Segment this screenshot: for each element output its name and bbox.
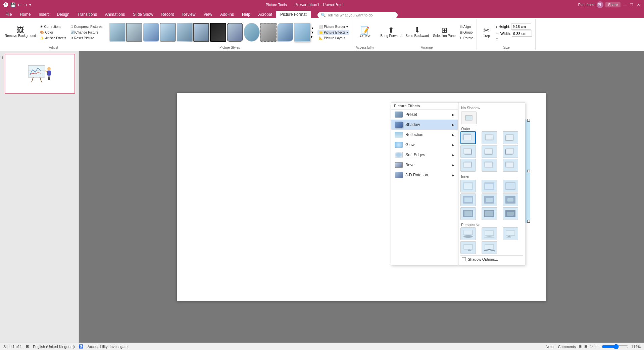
zoom-slider[interactable]: [602, 344, 629, 349]
view-slide-sorter-icon[interactable]: ⊞: [584, 344, 587, 349]
outer-shadow-8[interactable]: [482, 159, 497, 172]
picture-style-5[interactable]: [177, 23, 193, 42]
tab-acrobat[interactable]: Acrobat: [254, 11, 276, 18]
picture-style-8[interactable]: [227, 23, 243, 42]
outer-shadow-9[interactable]: [503, 159, 518, 172]
picture-style-4[interactable]: [160, 23, 176, 42]
share-button[interactable]: Share: [605, 2, 621, 7]
perspective-shadow-1[interactable]: [460, 227, 476, 240]
redo-icon[interactable]: ↪: [23, 2, 27, 7]
change-picture-button[interactable]: 🔄 Change Picture: [69, 30, 104, 35]
tab-insert[interactable]: Insert: [35, 11, 53, 18]
picture-style-12[interactable]: [294, 23, 310, 42]
inner-shadow-4[interactable]: [460, 193, 476, 206]
tab-design[interactable]: Design: [53, 11, 73, 18]
outer-shadow-4[interactable]: [460, 145, 476, 158]
tab-file[interactable]: File: [1, 11, 16, 18]
restore-button[interactable]: ❐: [629, 2, 634, 7]
tab-animations[interactable]: Animations: [101, 11, 129, 18]
effects-item-reflection[interactable]: Reflection ▶: [391, 130, 458, 140]
height-input[interactable]: [511, 24, 531, 30]
effects-item-preset[interactable]: Preset ▶: [391, 110, 458, 120]
handle-middle-right[interactable]: [527, 170, 530, 172]
perspective-shadow-2[interactable]: [482, 227, 497, 240]
tab-view[interactable]: View: [199, 11, 216, 18]
picture-style-9[interactable]: [244, 23, 260, 42]
outer-shadow-3[interactable]: [503, 131, 518, 144]
inner-shadow-5[interactable]: [482, 193, 497, 206]
picture-style-1[interactable]: [109, 23, 126, 42]
picture-style-2[interactable]: [126, 23, 142, 42]
slide-thumbnail-1[interactable]: [5, 54, 75, 94]
tab-slideshow[interactable]: Slide Show: [129, 11, 157, 18]
selection-pane-button[interactable]: ⊞ Selection Pane: [432, 26, 457, 39]
styles-scroll-down[interactable]: ▼: [311, 31, 314, 34]
effects-item-shadow[interactable]: Shadow ▶: [391, 120, 458, 130]
comments-button[interactable]: Comments: [558, 345, 576, 349]
tab-picture-format[interactable]: Picture Format: [276, 11, 311, 18]
undo-icon[interactable]: ↩: [18, 2, 21, 7]
shadow-options-button[interactable]: Shadow Options...: [460, 255, 523, 263]
minimize-button[interactable]: —: [623, 2, 627, 7]
inner-shadow-2[interactable]: [482, 180, 497, 192]
canvas-area[interactable]: Picture Effects Preset ▶ Shadow ▶ Reflec…: [79, 51, 644, 343]
outer-shadow-7[interactable]: [460, 159, 476, 172]
artistic-effects-button[interactable]: ✨ Artistic Effects: [39, 36, 67, 41]
effects-item-glow[interactable]: Glow ▶: [391, 140, 458, 150]
perspective-shadow-3[interactable]: [503, 227, 518, 240]
color-button[interactable]: 🎨 Color: [39, 30, 67, 35]
inner-shadow-3[interactable]: [503, 180, 518, 192]
corrections-button[interactable]: ☀ Corrections: [39, 24, 67, 29]
size-expand-icon[interactable]: ⊡: [496, 38, 532, 41]
inner-shadow-7[interactable]: [460, 207, 476, 220]
inner-shadow-1[interactable]: [460, 180, 476, 192]
outer-shadow-6[interactable]: [503, 145, 518, 158]
inner-shadow-6[interactable]: [503, 193, 518, 206]
outer-shadow-5[interactable]: [482, 145, 497, 158]
view-reading-icon[interactable]: ▷: [590, 344, 593, 349]
group-button[interactable]: ⊞ Group: [458, 30, 475, 35]
notes-button[interactable]: Notes: [546, 345, 555, 349]
handle-top-right[interactable]: [527, 119, 530, 122]
reset-picture-button[interactable]: ↺ Reset Picture: [69, 36, 104, 41]
effects-item-3d-rotation[interactable]: 3-D Rotation ▶: [391, 170, 458, 180]
outer-shadow-2[interactable]: [482, 131, 497, 144]
picture-layout-button[interactable]: 📐 Picture Layout: [317, 36, 349, 41]
picture-style-3[interactable]: [143, 23, 159, 42]
no-shadow-thumb[interactable]: [461, 112, 477, 124]
picture-border-button[interactable]: ⬜ Picture Border ▾: [317, 24, 349, 29]
styles-more[interactable]: ▾: [311, 35, 314, 39]
compress-pictures-button[interactable]: ⊡ Compress Pictures: [69, 24, 104, 29]
handle-bottom-right[interactable]: [527, 220, 530, 223]
view-slideshow-icon[interactable]: ⛶: [595, 345, 599, 349]
remove-background-button[interactable]: 🖼 Remove Background: [3, 26, 37, 39]
alt-text-button[interactable]: 📝 Alt Text: [358, 26, 372, 39]
close-button[interactable]: ✕: [636, 2, 641, 7]
picture-style-6[interactable]: [193, 23, 209, 42]
tell-me-bar[interactable]: 🔍: [317, 12, 398, 18]
tell-me-input[interactable]: [327, 13, 394, 17]
effects-item-bevel[interactable]: Bevel ▶: [391, 160, 458, 170]
tab-transitions[interactable]: Transitions: [73, 11, 101, 18]
tab-home[interactable]: Home: [16, 11, 35, 18]
picture-style-11[interactable]: [277, 23, 293, 42]
send-backward-button[interactable]: ⬇ Send Backward: [404, 26, 430, 39]
picture-style-10[interactable]: [260, 23, 277, 42]
view-normal-icon[interactable]: ⊟: [579, 344, 582, 349]
tab-addins[interactable]: Add-ins: [216, 11, 238, 18]
inner-shadow-8[interactable]: [482, 207, 497, 220]
effects-item-soft-edges[interactable]: Soft Edges ▶: [391, 150, 458, 160]
tab-review[interactable]: Review: [178, 11, 199, 18]
picture-effects-button[interactable]: 🌟 Picture Effects ▾: [317, 30, 349, 35]
picture-style-7[interactable]: [210, 23, 226, 42]
rotate-button[interactable]: ↻ Rotate: [458, 36, 475, 41]
width-input[interactable]: [512, 31, 532, 37]
tab-record[interactable]: Record: [157, 11, 178, 18]
perspective-shadow-5[interactable]: [482, 241, 497, 254]
align-button[interactable]: ⊟ Align: [458, 24, 475, 29]
save-icon[interactable]: 💾: [10, 2, 16, 7]
bring-forward-button[interactable]: ⬆ Bring Forward: [379, 26, 403, 39]
perspective-shadow-4[interactable]: [460, 241, 476, 254]
crop-button[interactable]: ✂ Crop: [480, 26, 493, 39]
tab-help[interactable]: Help: [238, 11, 254, 18]
